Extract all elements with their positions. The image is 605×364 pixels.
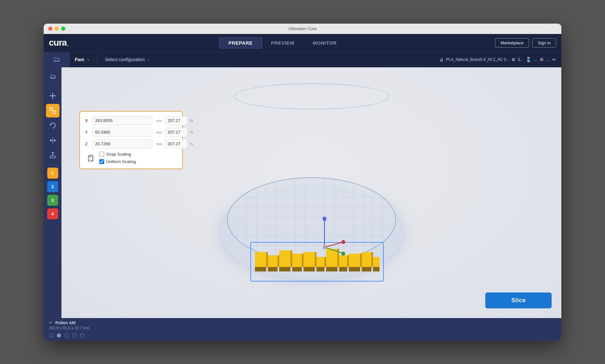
snap-scaling-checkbox[interactable]: [99, 152, 104, 157]
snap-scaling-option[interactable]: Snap Scaling: [99, 152, 136, 157]
axis-x-label: X: [85, 118, 90, 123]
svg-marker-10: [50, 139, 52, 142]
extruder-3-label: 3: [51, 198, 54, 203]
layer-height-icon: ⊠: [512, 57, 515, 62]
object-icons-row: ⬡ ⬢ ⬡ ⬡ ⬡: [49, 332, 556, 338]
scale-option-row: Snap Scaling Uniform Scaling: [85, 152, 177, 164]
svg-point-78: [341, 240, 345, 244]
axis-z-label: Z: [85, 141, 90, 146]
slice-button[interactable]: Slice: [485, 292, 552, 308]
tool-separator-1: [47, 86, 58, 86]
project-section: Pam ‹: [70, 57, 94, 62]
folder-icon: 🗂: [53, 55, 60, 64]
scale-z-pct-sym: %: [190, 142, 193, 146]
scale-x-row: X mm %: [85, 116, 177, 125]
rotate-tool[interactable]: [46, 119, 60, 132]
svg-line-79: [324, 247, 342, 253]
svg-rect-61: [362, 252, 371, 267]
axis-y-label: Y: [85, 130, 90, 135]
scale-panel: X mm % Y mm % Z mm: [79, 111, 183, 169]
mirror-tool[interactable]: [46, 134, 60, 147]
svg-rect-63: [266, 252, 268, 267]
logo-dot: .: [67, 37, 70, 49]
tab-monitor[interactable]: MONITOR: [304, 38, 346, 48]
extruder-2-button[interactable]: 2: [47, 181, 58, 192]
obj-icon-4[interactable]: ⬡: [72, 332, 77, 338]
tool-separator-2: [47, 165, 58, 165]
extruder-1-label: 1: [51, 171, 54, 176]
top-ellipse: [234, 83, 389, 109]
obj-icon-2[interactable]: ⬢: [57, 332, 61, 338]
config-chevron[interactable]: ‹: [148, 57, 149, 62]
project-chevron[interactable]: ‹: [88, 57, 89, 62]
svg-marker-3: [55, 95, 56, 96]
tab-prepare[interactable]: PREPARE: [219, 37, 262, 49]
settings-icon[interactable]: ⚙: [540, 57, 544, 62]
nav-right: Marketplace Sign in: [495, 38, 556, 48]
svg-rect-45: [303, 267, 315, 271]
sec-divider: [97, 54, 97, 65]
obj-icon-1[interactable]: ⬡: [49, 332, 53, 338]
nav-tabs: PREPARE PREVIEW MONITOR: [219, 37, 346, 49]
obj-icon-5[interactable]: ⬡: [80, 332, 84, 338]
scale-z-pct[interactable]: [165, 139, 187, 149]
scale-y-pct[interactable]: [165, 128, 187, 137]
scale-y-pct-sym: %: [190, 130, 193, 134]
support-icon: [49, 151, 57, 159]
window-controls: [48, 27, 65, 31]
uniform-scaling-option[interactable]: Uniform Scaling: [99, 159, 136, 164]
material-icon: 🧵: [526, 57, 531, 62]
extruder-4-button[interactable]: 4: [47, 208, 58, 219]
obj-icon-3[interactable]: ⬡: [64, 332, 69, 338]
minimize-button[interactable]: [55, 27, 59, 31]
logo: cura.: [49, 37, 70, 49]
svg-rect-12: [50, 156, 55, 158]
svg-rect-53: [268, 255, 278, 267]
config-label: Select configuration: [105, 57, 145, 62]
signin-button[interactable]: Sign in: [532, 38, 556, 48]
move-tool[interactable]: [46, 89, 60, 103]
svg-rect-57: [316, 257, 324, 267]
scale-options: Snap Scaling Uniform Scaling: [85, 152, 177, 164]
extruder-2-label: 2: [51, 184, 54, 189]
tab-preview[interactable]: PREVIEW: [262, 38, 304, 48]
uniform-scaling-label: Uniform Scaling: [106, 159, 136, 164]
svg-rect-72: [371, 252, 373, 267]
svg-rect-41: [255, 267, 266, 271]
scale-x-input[interactable]: [92, 116, 152, 125]
uniform-scaling-checkbox[interactable]: [99, 159, 104, 164]
extruder-3-button[interactable]: 3: [47, 195, 58, 206]
maximize-button[interactable]: [61, 27, 65, 31]
title-bar: Ultimaker Cura: [44, 24, 561, 34]
scale-x-pct-sym: %: [190, 119, 193, 123]
viewport[interactable]: Slice: [61, 67, 561, 318]
svg-rect-62: [373, 257, 380, 267]
dots1: ...: [534, 57, 537, 62]
support-tool[interactable]: [46, 149, 60, 162]
scale-z-input[interactable]: [92, 139, 152, 149]
extruder-1-button[interactable]: 1: [47, 168, 58, 179]
config-section: Select configuration ‹: [100, 57, 155, 62]
svg-marker-76: [323, 216, 326, 220]
open-tool[interactable]: 🗂: [46, 70, 60, 83]
scale-y-input[interactable]: [92, 128, 152, 137]
printer-profile: PLA_Natural_Brass0.4_h0.2_AC 0...: [446, 57, 509, 62]
main-window: Ultimaker Cura cura. PREPARE PREVIEW MON…: [44, 24, 561, 341]
scale-tool[interactable]: [46, 104, 60, 117]
svg-rect-68: [324, 257, 326, 267]
scale-x-pct[interactable]: [165, 116, 187, 125]
svg-rect-71: [360, 254, 362, 267]
file-button[interactable]: 🗂: [44, 52, 70, 67]
edit-icon[interactable]: ✏: [552, 57, 556, 62]
axes-svg: [308, 215, 347, 257]
marketplace-button[interactable]: Marketplace: [495, 38, 529, 48]
svg-marker-1: [52, 98, 53, 99]
close-button[interactable]: [48, 27, 52, 31]
axes-widget: [308, 215, 347, 258]
bottom-bar: ✏ Pollen AM 263.9 x 65.6 x 20.7 mm ⬡ ⬢ ⬡…: [44, 318, 561, 341]
svg-rect-50: [362, 267, 371, 271]
svg-rect-46: [316, 267, 324, 271]
slice-btn-container: Slice: [485, 292, 552, 308]
svg-rect-52: [255, 252, 266, 267]
svg-rect-64: [278, 255, 279, 267]
